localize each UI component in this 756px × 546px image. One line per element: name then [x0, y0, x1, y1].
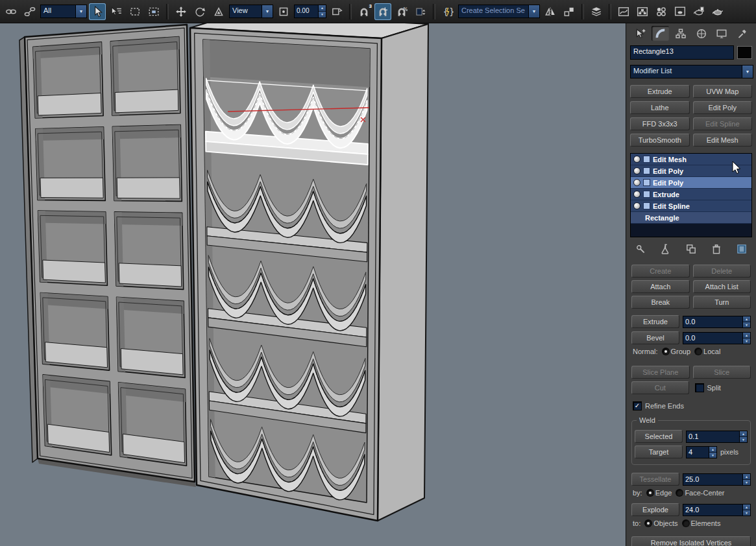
- rendered-frame-window-button[interactable]: [672, 3, 689, 20]
- angle-snap-toggle-button[interactable]: [374, 3, 391, 20]
- chevron-down-icon[interactable]: ▼: [75, 5, 86, 18]
- rectangular-selection-region-button[interactable]: [127, 3, 143, 20]
- selection-filter-dropdown[interactable]: All▼: [40, 5, 87, 18]
- layer-manager-button[interactable]: [588, 3, 605, 20]
- chevron-down-icon[interactable]: ▼: [528, 5, 539, 18]
- tab-modify[interactable]: [652, 26, 669, 41]
- select-and-move-button[interactable]: [173, 3, 189, 20]
- spin-up-icon[interactable]: ▲: [743, 316, 750, 322]
- modifier-enable-bulb-icon[interactable]: [633, 202, 640, 209]
- weld-selected-field[interactable]: 0.1 ▲▼: [686, 431, 748, 443]
- select-by-name-button[interactable]: [108, 3, 125, 20]
- align-button[interactable]: [561, 3, 578, 20]
- percent-snap-toggle-button[interactable]: %: [393, 3, 410, 20]
- bevel-button[interactable]: Bevel: [631, 331, 679, 344]
- modifier-stack-item-edit-mesh[interactable]: Edit Mesh: [631, 154, 751, 165]
- wine-rack-model[interactable]: [190, 23, 428, 521]
- modifier-enable-bulb-icon[interactable]: [633, 191, 640, 198]
- modifier-preset-lathe-button[interactable]: Lathe: [630, 101, 690, 114]
- turn-button[interactable]: Turn: [693, 296, 751, 309]
- slice-plane-button[interactable]: Slice Plane: [631, 366, 690, 379]
- spin-down-icon[interactable]: ▼: [740, 436, 747, 442]
- tab-utilities[interactable]: [733, 26, 751, 41]
- named-selection-sets-dropdown[interactable]: Create Selection Se▼: [458, 5, 540, 18]
- delete-button[interactable]: Delete: [693, 265, 751, 278]
- select-object-button[interactable]: [89, 3, 106, 20]
- material-editor-button[interactable]: [653, 3, 670, 20]
- break-button[interactable]: Break: [631, 296, 690, 309]
- bevel-spinner[interactable]: ▲▼: [742, 333, 750, 344]
- modifier-preset-edit-spline-button[interactable]: Edit Spline: [693, 117, 753, 130]
- extrude-button[interactable]: Extrude: [631, 315, 679, 328]
- weld-target-button[interactable]: Target: [635, 445, 683, 458]
- spin-down-icon[interactable]: ▼: [743, 322, 750, 327]
- tab-display[interactable]: [713, 26, 731, 41]
- tessellate-button[interactable]: Tessellate: [631, 473, 679, 486]
- to-elements-radio[interactable]: Elements: [683, 519, 721, 527]
- tessellate-spinner[interactable]: ▲▼: [742, 474, 750, 485]
- spin-up-icon[interactable]: ▲: [709, 447, 716, 452]
- object-color-swatch[interactable]: [737, 46, 752, 59]
- normal-group-radio[interactable]: Group: [663, 348, 691, 355]
- by-face-center-radio[interactable]: Face-Center: [676, 489, 724, 497]
- modifier-preset-ffd-3x3x3-button[interactable]: FFD 3x3x3: [630, 117, 690, 130]
- spinner-snap-toggle-button[interactable]: [412, 3, 429, 20]
- unlink-selection-button[interactable]: [21, 3, 38, 20]
- render-setup-button[interactable]: [690, 3, 707, 20]
- modifier-stack-item-edit-spline[interactable]: Edit Spline: [631, 200, 751, 212]
- modifier-stack-item-rectangle[interactable]: Rectangle: [631, 212, 751, 224]
- select-and-rotate-button[interactable]: [191, 3, 208, 20]
- attach-button[interactable]: Attach: [631, 280, 690, 293]
- weld-target-spinner[interactable]: ▲▼: [709, 447, 716, 458]
- snap-toggle-3d-button[interactable]: 3: [356, 3, 372, 20]
- explode-button[interactable]: Explode: [631, 503, 679, 516]
- attach-list-button[interactable]: Attach List: [693, 280, 751, 293]
- remove-isolated-vertices-button[interactable]: Remove Isolated Vertices: [631, 536, 751, 546]
- select-and-scale-button[interactable]: [210, 3, 227, 20]
- show-end-result-button[interactable]: [658, 243, 674, 255]
- transform-type-in-field[interactable]: 0.00▲▼: [294, 5, 326, 18]
- modifier-preset-extrude-button[interactable]: Extrude: [630, 85, 690, 98]
- tab-hierarchy[interactable]: [672, 26, 690, 41]
- create-button[interactable]: Create: [631, 265, 690, 278]
- chevron-down-icon[interactable]: ▼: [742, 65, 753, 78]
- quick-render-button[interactable]: [709, 3, 726, 20]
- viewport[interactable]: [0, 23, 634, 546]
- spin-up-icon[interactable]: ▲: [743, 504, 750, 510]
- window-crossing-toggle-button[interactable]: [145, 3, 162, 20]
- remove-modifier-button[interactable]: [709, 243, 724, 255]
- modifier-preset-uvw-map-button[interactable]: UVW Map: [693, 85, 753, 98]
- chevron-down-icon[interactable]: ▼: [262, 5, 273, 18]
- modifier-preset-turbosmooth-button[interactable]: TurboSmooth: [630, 134, 690, 147]
- split-checkbox[interactable]: Split: [692, 381, 751, 394]
- weld-selected-button[interactable]: Selected: [635, 430, 683, 443]
- modifier-stack-item-edit-poly[interactable]: Edit Poly: [631, 177, 751, 189]
- cut-button[interactable]: Cut: [631, 381, 689, 394]
- tessellate-field[interactable]: 25.0 ▲▼: [683, 473, 751, 486]
- schematic-view-button[interactable]: [634, 3, 651, 20]
- tab-create[interactable]: [631, 26, 649, 41]
- transform-type-in-spinner[interactable]: ▲▼: [318, 5, 326, 18]
- modifier-list-dropdown[interactable]: Modifier List ▼: [630, 65, 753, 78]
- spin-up-icon[interactable]: ▲: [743, 474, 750, 479]
- modifier-enable-bulb-icon[interactable]: [633, 167, 640, 174]
- modifier-preset-edit-mesh-button[interactable]: Edit Mesh: [693, 134, 753, 147]
- modifier-stack-item-extrude[interactable]: Extrude: [631, 189, 751, 200]
- use-pivot-point-center-button[interactable]: [275, 3, 292, 20]
- tab-motion[interactable]: [692, 26, 710, 41]
- select-and-manipulate-button[interactable]: [328, 3, 345, 20]
- bevel-amount-field[interactable]: 0.0 ▲▼: [683, 332, 751, 344]
- explode-field[interactable]: 24.0 ▲▼: [683, 504, 751, 516]
- configure-modifier-sets-button[interactable]: [734, 243, 750, 255]
- refine-ends-checkbox[interactable]: ✓Refine Ends: [633, 401, 684, 410]
- curve-editor-button[interactable]: [615, 3, 632, 20]
- extrude-amount-field[interactable]: 0.0 ▲▼: [683, 316, 751, 328]
- normal-local-radio[interactable]: Local: [695, 348, 720, 355]
- modifier-enable-bulb-icon[interactable]: [633, 179, 640, 186]
- make-unique-button[interactable]: [683, 243, 699, 255]
- keyboard-shortcut-override-button[interactable]: {}: [439, 3, 456, 20]
- select-and-link-button[interactable]: [3, 3, 19, 20]
- reference-coordinate-system-dropdown[interactable]: View▼: [229, 5, 273, 18]
- weld-target-field[interactable]: 4 ▲▼: [686, 446, 717, 458]
- extrude-spinner[interactable]: ▲▼: [742, 316, 750, 327]
